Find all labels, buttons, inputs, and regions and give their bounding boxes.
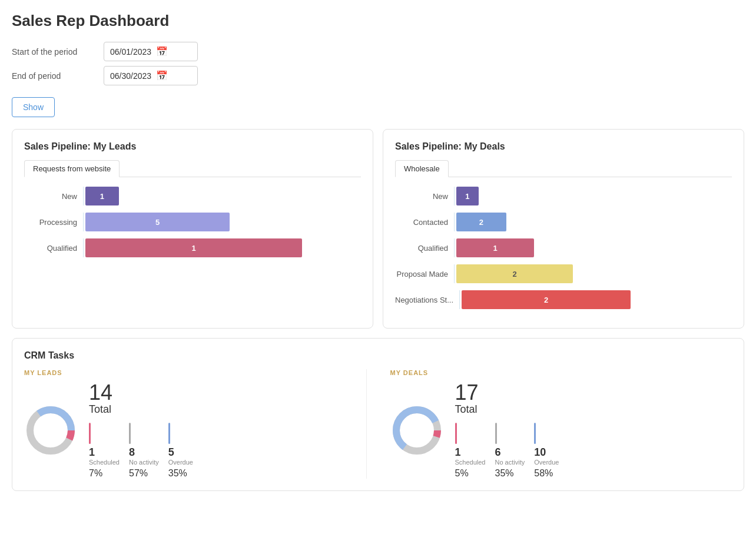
crm-leads-noactivity-name: No activity <box>129 459 159 466</box>
crm-deals-overdue-name: Overdue <box>534 459 559 466</box>
crm-leads-overdue-name: Overdue <box>168 459 193 466</box>
crm-deals-scheduled-name: Scheduled <box>455 459 486 466</box>
bar-label: Negotiations St... <box>395 296 459 304</box>
deals-tab-wholesale[interactable]: Wholesale <box>395 160 449 177</box>
crm-leads-total-label: Total <box>89 403 193 416</box>
crm-title: CRM Tasks <box>24 350 732 361</box>
bar-fill[interactable]: 1 <box>456 238 534 257</box>
crm-deals-overdue: 10 Overdue 58% <box>534 423 559 479</box>
axis-line <box>83 187 84 205</box>
leads-bar-row: New1 <box>24 187 361 205</box>
axis-line <box>459 290 460 309</box>
start-date-row: Start of the period 06/01/2023 📅 <box>12 42 744 61</box>
crm-deals-scheduled-bar <box>455 423 457 444</box>
end-date-label: End of period <box>12 71 94 81</box>
bar-fill[interactable]: 5 <box>85 213 230 231</box>
crm-leads-scheduled-pct: 7% <box>89 468 120 479</box>
bar-fill[interactable]: 1 <box>85 238 302 257</box>
crm-deals-total-label: Total <box>455 403 559 416</box>
crm-deals-label: MY DEALS <box>390 369 721 376</box>
bar-label: Processing <box>24 218 83 227</box>
crm-leads-scheduled: 1 Scheduled 7% <box>89 423 120 479</box>
bar-area: 1 <box>454 187 732 205</box>
end-date-row: End of period 06/30/2023 📅 <box>12 66 744 85</box>
start-calendar-icon[interactable]: 📅 <box>156 46 168 57</box>
leads-tab-bar: Requests from website <box>24 160 361 177</box>
crm-leads-section: MY LEADS 14 Total <box>24 369 366 479</box>
crm-leads-overdue: 5 Overdue 35% <box>168 423 193 479</box>
crm-leads-overdue-pct: 35% <box>168 468 193 479</box>
deals-bar-row: Contacted2 <box>395 213 732 231</box>
leads-bar-row: Qualified1 <box>24 238 361 257</box>
crm-leads-overdue-num: 5 <box>168 446 193 459</box>
end-date-value: 06/30/2023 <box>110 71 151 81</box>
crm-deals-stats: 17 Total 1 Scheduled 5% 6 No activity <box>455 382 559 479</box>
crm-leads-scheduled-name: Scheduled <box>89 459 120 466</box>
bar-label: New <box>24 192 83 201</box>
bar-fill[interactable]: 2 <box>456 213 506 231</box>
leads-bar-row: Processing5 <box>24 213 361 231</box>
crm-leads-noactivity: 8 No activity 57% <box>129 423 159 479</box>
crm-row: MY LEADS 14 Total <box>24 369 732 479</box>
bar-label: Qualified <box>395 244 454 253</box>
bar-area: 2 <box>459 290 732 309</box>
crm-deals-section: MY DEALS 17 Total <box>366 369 732 479</box>
crm-deals-content: 17 Total 1 Scheduled 5% 6 No activity <box>390 382 721 479</box>
crm-deals-noactivity-pct: 35% <box>495 468 525 479</box>
deals-bar-row: Negotiations St...2 <box>395 290 732 309</box>
axis-line <box>83 213 84 231</box>
bar-area: 5 <box>83 213 361 231</box>
crm-deals-overdue-pct: 58% <box>534 468 559 479</box>
axis-line <box>454 238 455 257</box>
crm-deals-noactivity-name: No activity <box>495 459 525 466</box>
start-date-input[interactable]: 06/01/2023 📅 <box>104 42 198 61</box>
axis-line <box>454 213 455 231</box>
crm-leads-noactivity-bar <box>129 423 131 444</box>
crm-deals-overdue-bar <box>534 423 536 444</box>
bar-fill[interactable]: 2 <box>456 264 573 283</box>
crm-leads-content: 14 Total 1 Scheduled 7% 8 No activity <box>24 382 354 479</box>
pipeline-panels-row: Sales Pipeline: My Leads Requests from w… <box>12 129 744 329</box>
start-date-label: Start of the period <box>12 47 94 57</box>
crm-deals-scheduled: 1 Scheduled 5% <box>455 423 486 479</box>
start-date-value: 06/01/2023 <box>110 47 151 57</box>
bar-area: 2 <box>454 264 732 283</box>
deals-bar-row: Qualified1 <box>395 238 732 257</box>
crm-deals-total-num: 17 <box>455 382 559 403</box>
end-date-input[interactable]: 06/30/2023 📅 <box>104 66 198 85</box>
bar-area: 1 <box>83 187 361 205</box>
bar-fill[interactable]: 2 <box>462 290 631 309</box>
leads-panel-title: Sales Pipeline: My Leads <box>24 141 361 152</box>
deals-bar-row: Proposal Made2 <box>395 264 732 283</box>
crm-leads-scheduled-num: 1 <box>89 446 120 459</box>
crm-deals-noactivity-num: 6 <box>495 446 525 459</box>
bar-area: 1 <box>83 238 361 257</box>
leads-bar-chart: New1Processing5Qualified1 <box>24 187 361 257</box>
crm-leads-noactivity-num: 8 <box>129 446 159 459</box>
deals-panel: Sales Pipeline: My Deals Wholesale New1C… <box>383 129 744 329</box>
crm-deals-scheduled-pct: 5% <box>455 468 486 479</box>
bar-label: Proposal Made <box>395 270 454 278</box>
crm-deals-noactivity-bar <box>495 423 497 444</box>
bar-area: 2 <box>454 213 732 231</box>
deals-panel-title: Sales Pipeline: My Deals <box>395 141 732 152</box>
deals-bar-row: New1 <box>395 187 732 205</box>
bar-fill[interactable]: 1 <box>456 187 479 205</box>
page-title: Sales Rep Dashboard <box>12 12 744 30</box>
crm-deals-stat-items: 1 Scheduled 5% 6 No activity 35% 1 <box>455 423 559 479</box>
crm-leads-label: MY LEADS <box>24 369 354 376</box>
leads-tab-website[interactable]: Requests from website <box>24 160 120 177</box>
axis-line <box>454 264 455 283</box>
bar-area: 1 <box>454 238 732 257</box>
leads-panel: Sales Pipeline: My Leads Requests from w… <box>12 129 373 329</box>
crm-leads-scheduled-bar <box>89 423 91 444</box>
deals-tab-bar: Wholesale <box>395 160 732 177</box>
bar-fill[interactable]: 1 <box>85 187 119 205</box>
crm-leads-overdue-bar <box>168 423 170 444</box>
crm-leads-donut <box>24 404 77 457</box>
axis-line <box>454 187 455 205</box>
end-calendar-icon[interactable]: 📅 <box>156 70 168 81</box>
show-button[interactable]: Show <box>12 97 55 117</box>
axis-line <box>83 238 84 257</box>
crm-deals-donut <box>390 404 443 457</box>
